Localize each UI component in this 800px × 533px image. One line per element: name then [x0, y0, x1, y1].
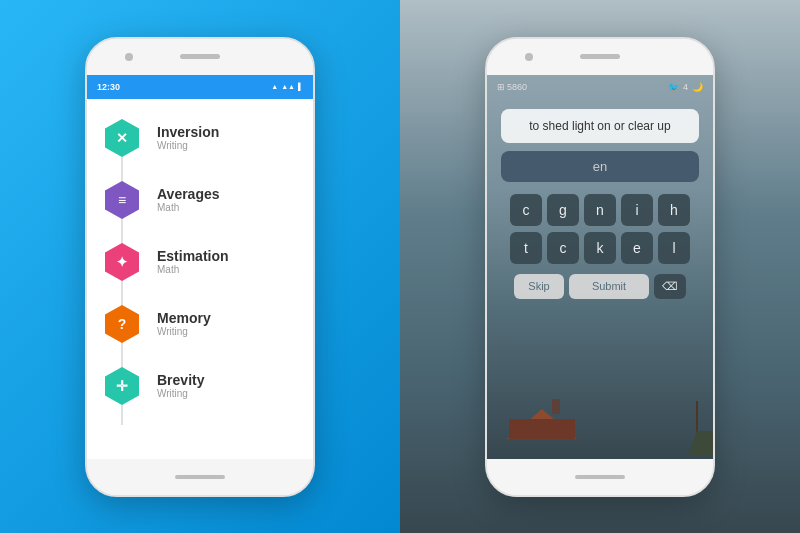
memory-title: Memory — [157, 310, 211, 326]
status-time: 12:30 — [97, 82, 120, 92]
brevity-subtitle: Writing — [157, 388, 204, 399]
speaker-right — [580, 54, 620, 59]
screen-left: 12:30 ▲ ▲▲ ▌ ✕ — [87, 75, 313, 459]
left-panel: 12:30 ▲ ▲▲ ▌ ✕ — [0, 0, 400, 533]
wifi-icon: ▲ — [271, 83, 278, 90]
key-h[interactable]: h — [658, 194, 690, 226]
answer-box[interactable]: en — [501, 151, 699, 182]
battery-icon: ▌ — [298, 83, 303, 90]
left-phone: 12:30 ▲ ▲▲ ▌ ✕ — [85, 37, 315, 497]
phone-top-right — [487, 39, 713, 75]
inversion-title: Inversion — [157, 124, 219, 140]
coins-value: 5860 — [507, 82, 527, 92]
phone-bottom-right — [487, 459, 713, 495]
averages-icon: ≡ — [118, 192, 126, 208]
right-phone: ⊞ 5860 🐦 4 🌙 to shed light on or clear u… — [485, 37, 715, 497]
coins-icon: ⊞ — [497, 82, 505, 92]
phone-top-left — [87, 39, 313, 75]
home-indicator-left — [175, 475, 225, 479]
action-row: Skip Submit ⌫ — [501, 274, 699, 299]
right-status-icons: 🐦 4 🌙 — [668, 82, 703, 92]
skip-label: Skip — [528, 280, 549, 292]
key-c2[interactable]: c — [547, 232, 579, 264]
estimation-text: Estimation Math — [157, 248, 229, 275]
averages-title: Averages — [157, 186, 220, 202]
backspace-button[interactable]: ⌫ — [654, 274, 686, 299]
skip-button[interactable]: Skip — [514, 274, 564, 299]
status-bar-left: 12:30 ▲ ▲▲ ▌ — [87, 75, 313, 99]
inversion-icon: ✕ — [116, 130, 128, 146]
tree — [696, 401, 698, 441]
memory-subtitle: Writing — [157, 326, 211, 337]
keyboard-area: c g n i h t c k e l — [501, 194, 699, 264]
status-icons: ▲ ▲▲ ▌ — [271, 83, 303, 90]
clue-text: to shed light on or clear up — [529, 119, 670, 133]
hex-icon-inversion: ✕ — [101, 117, 143, 159]
estimation-title: Estimation — [157, 248, 229, 264]
streak-icon: 🐦 — [668, 82, 679, 92]
key-l[interactable]: l — [658, 232, 690, 264]
hex-icon-estimation: ✦ — [101, 241, 143, 283]
key-c[interactable]: c — [510, 194, 542, 226]
backspace-icon: ⌫ — [662, 280, 678, 293]
averages-text: Averages Math — [157, 186, 220, 213]
key-row-1: c g n i h — [501, 194, 699, 226]
submit-label: Submit — [592, 280, 626, 292]
key-t[interactable]: t — [510, 232, 542, 264]
hex-icon-brevity: ✛ — [101, 365, 143, 407]
scenery — [487, 389, 713, 459]
phone-bottom-left — [87, 459, 313, 495]
estimation-icon: ✦ — [116, 254, 128, 270]
brevity-text: Brevity Writing — [157, 372, 204, 399]
key-g[interactable]: g — [547, 194, 579, 226]
estimation-subtitle: Math — [157, 264, 229, 275]
key-n[interactable]: n — [584, 194, 616, 226]
camera-right — [525, 53, 533, 61]
camera-left — [125, 53, 133, 61]
hex-icon-memory: ? — [101, 303, 143, 345]
inversion-text: Inversion Writing — [157, 124, 219, 151]
memory-icon: ? — [118, 316, 127, 332]
speaker-left — [180, 54, 220, 59]
memory-text: Memory Writing — [157, 310, 211, 337]
inversion-subtitle: Writing — [157, 140, 219, 151]
key-row-2: t c k e l — [501, 232, 699, 264]
right-panel: ⊞ 5860 🐦 4 🌙 to shed light on or clear u… — [400, 0, 800, 533]
menu-list: ✕ Inversion Writing ≡ — [87, 99, 313, 425]
streak-value: 4 — [683, 82, 688, 92]
house-body — [509, 419, 575, 439]
screen-right: ⊞ 5860 🐦 4 🌙 to shed light on or clear u… — [487, 75, 713, 459]
coins-display: ⊞ 5860 — [497, 82, 527, 92]
brevity-icon: ✛ — [116, 378, 128, 394]
status-bar-right: ⊞ 5860 🐦 4 🌙 — [487, 75, 713, 99]
key-k[interactable]: k — [584, 232, 616, 264]
answer-text: en — [593, 159, 607, 174]
signal-icon: ▲▲ — [281, 83, 295, 90]
moon-icon: 🌙 — [692, 82, 703, 92]
submit-button[interactable]: Submit — [569, 274, 649, 299]
home-indicator-right — [575, 475, 625, 479]
game-area: to shed light on or clear up en c g n i … — [487, 99, 713, 309]
averages-subtitle: Math — [157, 202, 220, 213]
brevity-title: Brevity — [157, 372, 204, 388]
clue-box: to shed light on or clear up — [501, 109, 699, 143]
hex-icon-averages: ≡ — [101, 179, 143, 221]
key-i[interactable]: i — [621, 194, 653, 226]
key-e[interactable]: e — [621, 232, 653, 264]
